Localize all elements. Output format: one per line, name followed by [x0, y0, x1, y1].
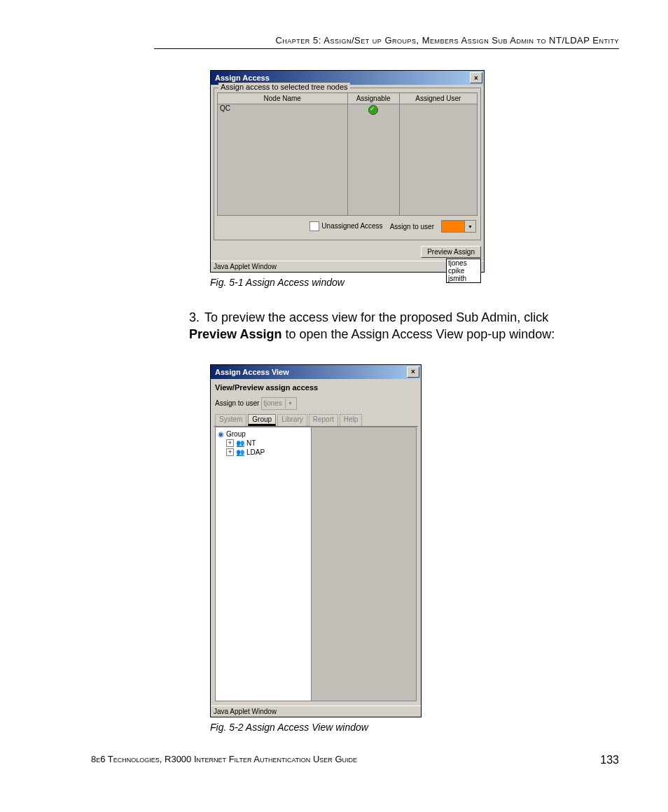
close-icon[interactable]: ×	[470, 72, 482, 83]
assign-access-window: Assign Access × Assign access to selecte…	[210, 70, 485, 273]
tree-root[interactable]: ◉ Group	[218, 429, 309, 439]
titlebar: Assign Access View ×	[211, 365, 421, 379]
dropdown-list[interactable]: tjones cpike jsmith	[446, 259, 481, 283]
access-table: Node Name Assignable Assigned User QC	[217, 92, 478, 216]
tree-node-ldap[interactable]: + 👥 LDAP	[218, 448, 309, 457]
page-header: Chapter 5: Assign/Set up Groups, Members…	[154, 35, 619, 49]
tab-system[interactable]: System	[215, 414, 246, 426]
tab-help[interactable]: Help	[340, 414, 363, 426]
figure-2-caption: Fig. 5-2 Assign Access View window	[210, 722, 619, 733]
combo-value: tjones	[263, 399, 282, 407]
bottom-bar: tjones cpike jsmith Preview Assign	[211, 243, 484, 261]
step-number: 3.	[189, 309, 204, 326]
chevron-down-icon	[285, 399, 295, 408]
assign-to-user-label: Assign to user	[215, 399, 259, 406]
cell-assignable	[347, 104, 399, 118]
tab-bar: System Group Library Report Help	[214, 414, 418, 427]
close-icon[interactable]: ×	[407, 366, 419, 378]
table-row[interactable]: QC	[218, 104, 478, 118]
tab-library[interactable]: Library	[277, 414, 307, 426]
assign-to-user-dropdown[interactable]	[441, 220, 476, 233]
text-bold: Preview Assign	[189, 327, 281, 341]
group-icon: ◉	[218, 430, 224, 438]
fieldset-legend: Assign access to selected tree nodes	[218, 83, 350, 91]
expand-icon[interactable]: +	[226, 448, 234, 456]
figure-1: Assign Access × Assign access to selecte…	[210, 70, 619, 288]
tree-label: Group	[226, 430, 246, 438]
dropdown-option[interactable]: cpike	[447, 267, 480, 275]
page-footer: 8e6 Technologies, R3000 Internet Filter …	[91, 754, 619, 766]
assign-access-view-window: Assign Access View × View/Preview assign…	[210, 364, 422, 717]
panel-subtitle: View/Preview assign access	[214, 382, 418, 396]
people-icon: 👥	[236, 439, 244, 447]
tree-view[interactable]: ◉ Group + 👥 NT + 👥 LDAP	[216, 427, 312, 701]
assign-to-user-combo: tjones	[261, 397, 297, 410]
status-bar: Java Applet Window	[211, 706, 421, 717]
check-icon	[368, 105, 378, 115]
dropdown-option[interactable]: tjones	[447, 259, 480, 267]
col-assigned-user: Assigned User	[399, 93, 477, 104]
tab-report[interactable]: Report	[309, 414, 338, 426]
detail-pane	[312, 427, 416, 701]
people-icon: 👥	[236, 448, 244, 456]
unassigned-access-checkbox[interactable]: Unassigned Access	[309, 221, 382, 231]
fieldset: Assign access to selected tree nodes Nod…	[214, 88, 481, 240]
assign-to-user-label: Assign to user	[390, 223, 434, 230]
window-title: Assign Access View	[215, 368, 289, 376]
cell-assigned-user	[399, 104, 477, 118]
step-3-text: 3.To preview the access view for the pro…	[189, 309, 570, 343]
status-text: Java Applet Window	[214, 263, 277, 270]
tree-node-nt[interactable]: + 👥 NT	[218, 439, 309, 448]
col-node-name: Node Name	[218, 93, 348, 104]
expand-icon[interactable]: +	[226, 439, 234, 447]
tab-group[interactable]: Group	[248, 414, 276, 426]
chevron-down-icon	[464, 221, 475, 232]
dropdown-option[interactable]: jsmith	[447, 275, 480, 282]
tree-label: LDAP	[246, 448, 265, 456]
preview-assign-button[interactable]: Preview Assign	[421, 246, 481, 258]
col-assignable: Assignable	[347, 93, 399, 104]
figure-1-caption: Fig. 5-1 Assign Access window	[210, 277, 619, 288]
unassigned-access-label: Unassigned Access	[321, 222, 382, 230]
text-part-1: To preview the access view for the propo…	[204, 310, 548, 324]
tree-label: NT	[246, 439, 256, 447]
cell-node-name: QC	[218, 104, 348, 118]
text-part-2: to open the Assign Access View pop-up wi…	[281, 327, 555, 341]
window-title: Assign Access	[215, 74, 270, 82]
footer-text: 8e6 Technologies, R3000 Internet Filter …	[91, 754, 357, 766]
split-pane: ◉ Group + 👥 NT + 👥 LDAP	[215, 427, 417, 701]
page-number: 133	[600, 754, 619, 766]
controls-row: Unassigned Access Assign to user	[217, 216, 478, 237]
figure-2: Assign Access View × View/Preview assign…	[210, 364, 619, 733]
status-bar: Java Applet Window Java Apple	[211, 261, 484, 272]
